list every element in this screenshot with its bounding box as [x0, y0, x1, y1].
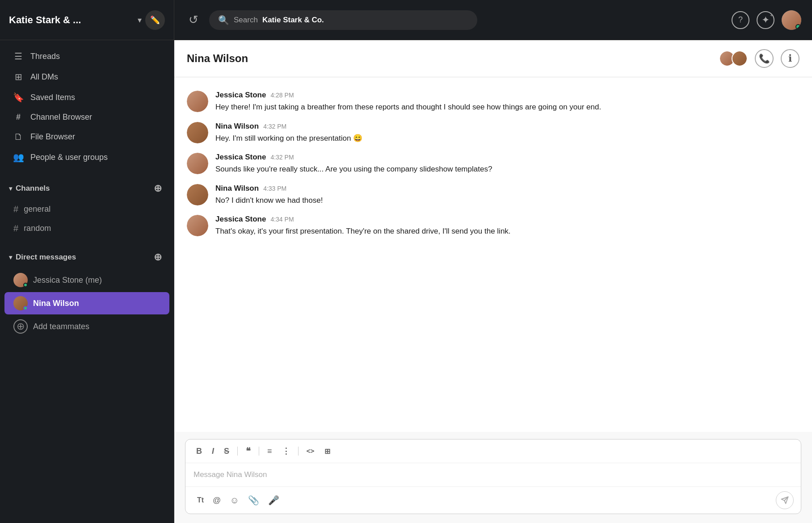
call-button[interactable]: 📞	[755, 49, 774, 68]
message-time: 4:34 PM	[270, 216, 294, 223]
dm-chevron-icon: ▾	[9, 254, 12, 261]
sidebar-item-all-dms[interactable]: ⊞ All DMs	[4, 67, 170, 87]
sidebar-item-label: File Browser	[30, 132, 75, 142]
strikethrough-button[interactable]: S	[220, 445, 233, 458]
add-channel-button[interactable]: ⊕	[151, 181, 165, 196]
saved-items-icon: 🔖	[13, 92, 24, 103]
quote-button[interactable]: ❝	[242, 444, 254, 458]
history-button[interactable]: ↺	[185, 9, 202, 30]
input-toolbar: B I S ❝ ≡ ⋮ <> ⊞	[185, 439, 801, 463]
nina-dm-name: Nina Wilson	[33, 299, 79, 308]
sidebar-item-threads[interactable]: ☰ Threads	[4, 46, 170, 66]
send-button[interactable]	[776, 491, 794, 509]
table-row: Nina Wilson 4:33 PM No? I didn't know we…	[174, 180, 812, 211]
nina-status-dot	[23, 306, 28, 310]
message-text: Sounds like you're really stuck... Are y…	[215, 163, 799, 175]
sidebar-nav: ☰ Threads ⊞ All DMs 🔖 Saved Items # Chan…	[0, 40, 174, 173]
edit-workspace-button[interactable]: ✏️	[145, 10, 165, 30]
message-content: Jessica Stone 4:34 PM That's okay, it's …	[215, 215, 799, 237]
message-sender: Jessica Stone	[215, 215, 266, 224]
attach-button[interactable]: 📎	[244, 492, 264, 508]
search-query: Katie Stark & Co.	[262, 16, 324, 25]
message-text: Hey there! I'm just taking a breather fr…	[215, 101, 799, 113]
code-block-button[interactable]: ⊞	[321, 445, 334, 457]
message-content: Nina Wilson 4:32 PM Hey. I'm still worki…	[215, 122, 799, 144]
dm-section-header[interactable]: ▾ Direct messages ⊕	[0, 247, 174, 268]
sidebar-item-label: All DMs	[30, 72, 58, 82]
code-button[interactable]: <>	[303, 445, 318, 457]
table-row: Jessica Stone 4:32 PM Sounds like you're…	[174, 148, 812, 180]
toolbar-divider	[298, 447, 299, 456]
channels-section-header[interactable]: ▾ Channels ⊕	[0, 178, 174, 199]
message-content: Nina Wilson 4:33 PM No? I didn't know we…	[215, 184, 799, 206]
message-avatar	[187, 91, 208, 112]
message-sender: Jessica Stone	[215, 153, 266, 162]
message-header: Jessica Stone 4:34 PM	[215, 215, 799, 224]
dm-section-title: Direct messages	[16, 253, 151, 262]
message-sender: Jessica Stone	[215, 91, 266, 100]
message-sender: Nina Wilson	[215, 184, 259, 193]
dm-item-nina[interactable]: Nina Wilson	[4, 292, 169, 314]
ai-button[interactable]: ✦+	[757, 11, 774, 29]
participant-avatars	[719, 50, 748, 67]
emoji-button[interactable]: ☺	[225, 493, 243, 508]
message-text: Hey. I'm still working on the presentati…	[215, 133, 799, 144]
sidebar-item-label: Saved Items	[30, 93, 75, 102]
jessica-status-dot	[23, 283, 28, 287]
message-header: Nina Wilson 4:33 PM	[215, 184, 799, 193]
add-teammates-button[interactable]: ⊕ Add teammates	[4, 315, 169, 338]
participant-avatar-nina	[732, 50, 748, 67]
message-avatar	[187, 215, 208, 236]
chat-title: Nina Wilson	[187, 52, 719, 65]
add-dm-button[interactable]: ⊕	[151, 250, 165, 264]
message-input-placeholder: Message Nina Wilson	[194, 470, 267, 479]
user-avatar[interactable]	[782, 10, 801, 30]
chat-header: Nina Wilson 📞 ℹ	[174, 40, 812, 77]
workspace-chevron-icon: ▾	[138, 15, 142, 25]
channel-hash-icon: #	[13, 204, 18, 214]
header-actions: ? ✦+	[732, 10, 801, 30]
user-status-dot	[795, 24, 801, 29]
dm-item-jessica[interactable]: Jessica Stone (me)	[4, 269, 169, 291]
sidebar-item-file-browser[interactable]: 🗋 File Browser	[4, 127, 170, 146]
message-input[interactable]: Message Nina Wilson	[185, 463, 801, 486]
sidebar: ☰ Threads ⊞ All DMs 🔖 Saved Items # Chan…	[0, 40, 174, 523]
jessica-dm-name: Jessica Stone (me)	[33, 276, 102, 285]
channels-chevron-icon: ▾	[9, 185, 12, 192]
channel-item-general[interactable]: # general	[4, 200, 169, 218]
help-button[interactable]: ?	[732, 11, 749, 29]
input-box: B I S ❝ ≡ ⋮ <> ⊞ Message Nina Wilson Tt	[185, 439, 801, 514]
info-button[interactable]: ℹ	[781, 49, 799, 68]
unordered-list-button[interactable]: ⋮	[278, 444, 294, 458]
message-sender: Nina Wilson	[215, 122, 259, 131]
table-row: Jessica Stone 4:34 PM That's okay, it's …	[174, 210, 812, 242]
channel-name: random	[24, 224, 51, 233]
audio-button[interactable]: 🎤	[264, 492, 284, 508]
sidebar-item-channel-browser[interactable]: # Channel Browser	[4, 108, 170, 126]
add-teammates-icon: ⊕	[13, 319, 28, 334]
text-format-button[interactable]: Tt	[193, 494, 208, 507]
table-row: Jessica Stone 4:28 PM Hey there! I'm jus…	[174, 86, 812, 117]
main-header: ↺ 🔍 Search Katie Stark & Co. ? ✦+	[174, 9, 812, 30]
channel-name: general	[24, 205, 50, 214]
channels-section: ▾ Channels ⊕ # general # random	[0, 177, 174, 238]
ordered-list-button[interactable]: ≡	[264, 445, 276, 458]
top-header: Katie Stark & ... ▾ ✏️ ↺ 🔍 Search Katie …	[0, 0, 812, 40]
message-content: Jessica Stone 4:28 PM Hey there! I'm jus…	[215, 91, 799, 113]
message-header: Jessica Stone 4:28 PM	[215, 91, 799, 100]
message-avatar	[187, 153, 208, 174]
message-text: No? I didn't know we had those!	[215, 195, 799, 206]
message-avatar	[187, 184, 208, 205]
italic-button[interactable]: I	[208, 445, 218, 458]
people-groups-icon: 👥	[13, 152, 24, 163]
channel-browser-icon: #	[13, 113, 24, 122]
mention-button[interactable]: @	[208, 493, 225, 508]
bold-button[interactable]: B	[193, 445, 206, 458]
all-dms-icon: ⊞	[13, 71, 24, 82]
sidebar-item-saved-items[interactable]: 🔖 Saved Items	[4, 88, 170, 107]
sidebar-item-people-groups[interactable]: 👥 People & user groups	[4, 147, 170, 167]
search-icon: 🔍	[218, 15, 229, 25]
message-header: Nina Wilson 4:32 PM	[215, 122, 799, 131]
channel-item-random[interactable]: # random	[4, 219, 169, 238]
search-bar[interactable]: 🔍 Search Katie Stark & Co.	[209, 10, 477, 30]
